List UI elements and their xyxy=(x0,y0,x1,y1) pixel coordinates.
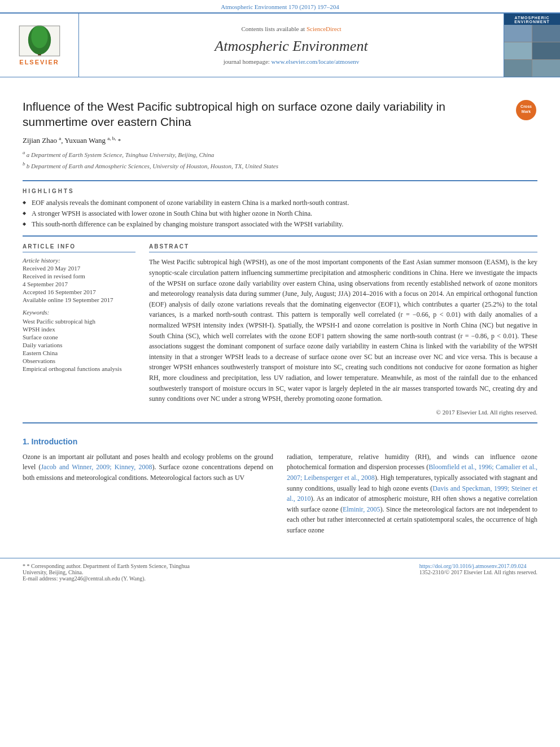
cover-photo-6 xyxy=(532,60,560,77)
crossmark-badge[interactable]: Cross Mark xyxy=(515,99,537,121)
highlight-item-2: A stronger WPSH is associated with lower… xyxy=(23,209,537,218)
revised-label: Received in revised form xyxy=(23,273,135,279)
keyword-2: WPSH index xyxy=(23,326,135,333)
cover-title-text: ATMOSPHERICENVIRONMENT xyxy=(504,14,560,25)
journal-header: ELSEVIER Contents lists available at Sci… xyxy=(0,12,560,77)
elsevier-label: ELSEVIER xyxy=(19,59,59,65)
affil-b-label: b xyxy=(23,161,27,167)
page-footer: * * Corresponding author. Department of … xyxy=(0,558,560,586)
intro-col1-text: Ozone is an important air pollutant and … xyxy=(23,452,273,483)
history-label: Article history: xyxy=(23,257,135,264)
affil-b-text: b Department of Earth and Atmospheric Sc… xyxy=(27,163,278,169)
received-date: Received 20 May 2017 xyxy=(23,265,135,272)
keywords-section: Keywords: West Pacific subtropical high … xyxy=(23,309,135,372)
footnote-text: * Corresponding author. Department of Ea… xyxy=(23,563,190,575)
keyword-5: Eastern China xyxy=(23,350,135,356)
affiliation-b: b b Department of Earth and Atmospheric … xyxy=(23,160,537,171)
footer-doi[interactable]: https://doi.org/10.1016/j.atmosenv.2017.… xyxy=(419,563,537,569)
ref-elminir[interactable]: Elminir, 2005 xyxy=(343,505,380,513)
page: Atmospheric Environment 170 (2017) 197–2… xyxy=(0,0,560,586)
affiliations: a a Department of Earth System Science, … xyxy=(23,148,537,172)
cover-photo-grid xyxy=(504,25,560,77)
ref-jacob-2009[interactable]: Jacob and Winner, 2009; Kinney, 2008 xyxy=(41,463,152,471)
intro-col-right: radiation, temperature, relative humidit… xyxy=(287,452,537,536)
article-info-column: ARTICLE INFO Article history: Received 2… xyxy=(23,243,135,415)
svg-text:Cross: Cross xyxy=(520,104,532,108)
email-label: E-mail address: xyxy=(23,575,58,582)
keyword-4: Daily variations xyxy=(23,342,135,348)
homepage-url[interactable]: www.elsevier.com/locate/atmosenv xyxy=(272,58,360,65)
journal-ref-bar: Atmospheric Environment 170 (2017) 197–2… xyxy=(0,0,560,12)
cover-photo-3 xyxy=(504,42,532,59)
journal-ref-text: Atmospheric Environment 170 (2017) 197–2… xyxy=(221,3,339,10)
divider-after-highlights xyxy=(23,235,537,237)
footnote-corresponding: * * Corresponding author. Department of … xyxy=(23,563,192,575)
sciencedirect-link: Contents lists available at ScienceDirec… xyxy=(241,25,341,32)
keywords-list: West Pacific subtropical high WPSH index… xyxy=(23,318,135,372)
author-zijian-sup: a xyxy=(59,136,61,141)
abstract-text: The West Pacific subtropical high (WPSH)… xyxy=(149,257,537,404)
footer-notes: * * Corresponding author. Department of … xyxy=(23,563,192,582)
revised-date: 4 September 2017 xyxy=(23,281,135,287)
sciencedirect-anchor[interactable]: ScienceDirect xyxy=(307,25,342,32)
article-info-abstract-container: ARTICLE INFO Article history: Received 2… xyxy=(23,243,537,415)
footer-right: https://doi.org/10.1016/j.atmosenv.2017.… xyxy=(419,563,537,575)
keywords-label: Keywords: xyxy=(23,309,135,316)
intro-heading: 1. Introduction xyxy=(23,437,537,446)
cover-photo-4 xyxy=(532,42,560,59)
intro-col2-text: radiation, temperature, relative humidit… xyxy=(287,452,537,536)
elsevier-logo-section: ELSEVIER xyxy=(0,14,79,77)
article-info-label: ARTICLE INFO xyxy=(23,243,135,252)
ref-davis[interactable]: Davis and Speckman, 1999; Steiner et al.… xyxy=(287,484,537,503)
cover-image: ATMOSPHERICENVIRONMENT xyxy=(504,14,560,77)
cover-photo-2 xyxy=(532,25,560,42)
footnote-star-symbol: * xyxy=(23,563,27,569)
introduction-section: 1. Introduction Ozone is an important ai… xyxy=(23,437,537,536)
cover-photo-1 xyxy=(504,25,532,42)
journal-main-title: Atmospheric Environment xyxy=(215,38,368,55)
footer-issn: 1352-2310/© 2017 Elsevier Ltd. All right… xyxy=(419,569,537,575)
highlights-list: EOF analysis reveals the dominant compon… xyxy=(23,199,537,229)
journal-homepage: journal homepage: www.elsevier.com/locat… xyxy=(224,58,360,65)
svg-text:Mark: Mark xyxy=(522,110,531,113)
author-yuxuan-sup: a, b, xyxy=(107,136,116,141)
highlights-label: HIGHLIGHTS xyxy=(23,188,537,194)
author-star: * xyxy=(118,137,121,144)
abstract-label: ABSTRACT xyxy=(149,243,537,252)
highlight-item-1: EOF analysis reveals the dominant compon… xyxy=(23,199,537,207)
intro-col-left: Ozone is an important air pollutant and … xyxy=(23,452,273,536)
abstract-column: ABSTRACT The West Pacific subtropical hi… xyxy=(149,243,537,415)
divider-after-affiliations xyxy=(23,180,537,181)
journal-title-section: Contents lists available at ScienceDirec… xyxy=(79,14,504,77)
author-yuxuan: Yuxuan Wang xyxy=(64,136,106,145)
intro-two-col: Ozone is an important air pollutant and … xyxy=(23,452,537,536)
svg-point-3 xyxy=(31,25,47,48)
keyword-6: Observations xyxy=(23,357,135,364)
homepage-prefix: journal homepage: xyxy=(224,58,270,65)
main-content: Influence of the West Pacific subtropica… xyxy=(0,77,560,547)
paper-title: Influence of the West Pacific subtropica… xyxy=(23,99,537,130)
email-link[interactable]: ywang246@central.uh.edu (Y. Wang). xyxy=(59,575,146,582)
author-zijian: Zijian Zhao xyxy=(23,136,57,145)
footer-email: E-mail address: ywang246@central.uh.edu … xyxy=(23,575,192,582)
copyright-line: © 2017 Elsevier Ltd. All rights reserved… xyxy=(149,409,537,416)
affil-a-label: a xyxy=(23,150,27,155)
highlight-item-3: This south-north difference can be expla… xyxy=(23,220,537,229)
cover-photo-5 xyxy=(504,60,532,77)
affiliation-a: a a Department of Earth System Science, … xyxy=(23,148,537,160)
crossmark-icon: Cross Mark xyxy=(515,99,537,121)
authors: Zijian Zhao a, Yuxuan Wang a, b, * xyxy=(23,136,537,145)
article-history: Article history: Received 20 May 2017 Re… xyxy=(23,257,135,303)
sciencedirect-prefix: Contents lists available at xyxy=(241,25,305,32)
accepted-date: Accepted 16 September 2017 xyxy=(23,289,135,295)
paper-title-text: Influence of the West Pacific subtropica… xyxy=(23,100,445,128)
divider-before-intro xyxy=(23,422,537,423)
available-date: Available online 19 September 2017 xyxy=(23,296,135,303)
journal-cover-section: ATMOSPHERICENVIRONMENT xyxy=(504,14,560,77)
keyword-7: Empirical orthogonal functions analysis xyxy=(23,365,135,372)
affil-a-text: a Department of Earth System Science, Ts… xyxy=(27,151,215,158)
keyword-3: Surface ozone xyxy=(23,334,135,340)
elsevier-tree-icon xyxy=(17,25,62,56)
keyword-1: West Pacific subtropical high xyxy=(23,318,135,325)
ref-bloomfield[interactable]: Bloomfield et al., 1996; Camalier et al.… xyxy=(287,463,537,482)
